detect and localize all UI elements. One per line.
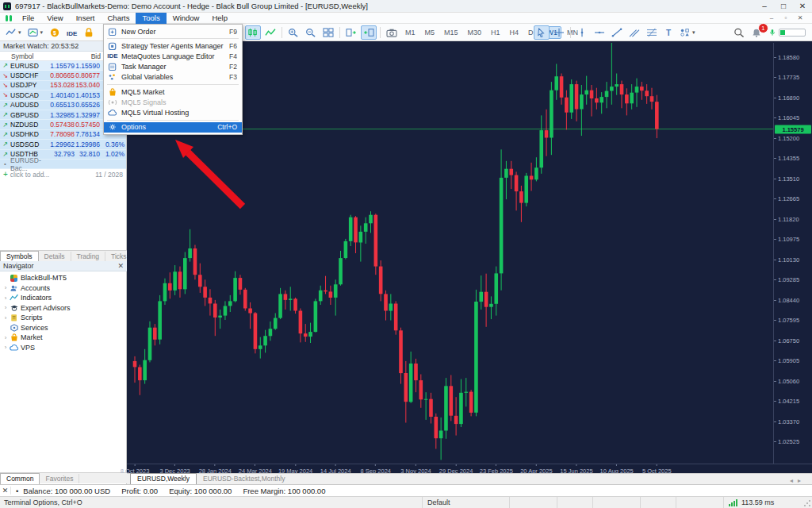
lock-button[interactable] xyxy=(81,25,97,40)
coin-button[interactable]: $ xyxy=(47,25,63,40)
camera-button[interactable] xyxy=(384,25,400,40)
column-bid[interactable]: Bid xyxy=(74,52,101,60)
add-symbol-icon[interactable]: + xyxy=(3,170,8,179)
search-button[interactable] xyxy=(731,25,747,40)
market-watch-row-eurusdbac[interactable]: •EURUSD-Bac... xyxy=(0,160,126,169)
maximize-button[interactable]: □ xyxy=(774,0,793,13)
expander-icon[interactable]: › xyxy=(2,304,9,311)
expander-icon[interactable]: › xyxy=(2,314,9,321)
status-cell xyxy=(592,497,640,508)
expander-icon[interactable]: › xyxy=(2,284,9,291)
market-icon xyxy=(9,333,19,342)
navigator-item-market[interactable]: ›Market xyxy=(0,333,127,343)
tab-symbols[interactable]: Symbols xyxy=(0,251,39,262)
horizontal-line-button[interactable] xyxy=(592,25,607,40)
timeframe-m1[interactable]: M1 xyxy=(401,26,419,39)
menu-item-options[interactable]: OptionsCtrl+O xyxy=(104,122,242,133)
menu-help[interactable]: Help xyxy=(205,13,234,24)
click-to-add[interactable]: click to add... xyxy=(10,171,50,179)
expander-icon[interactable]: › xyxy=(2,334,9,341)
menu-separator xyxy=(107,38,239,39)
tab-common[interactable]: Common xyxy=(0,473,40,484)
minimize-button[interactable]: – xyxy=(755,0,774,13)
vps-status-button[interactable] xyxy=(766,25,808,40)
menu-view[interactable]: View xyxy=(40,13,69,24)
channel-button[interactable] xyxy=(626,25,642,40)
navigator-item-blackbull-mt5[interactable]: BlackBull-MT5 xyxy=(0,273,127,283)
tab-favorites[interactable]: Favorites xyxy=(40,474,79,483)
navigator-close-icon[interactable]: ✕ xyxy=(117,262,124,270)
notifications-button[interactable]: 1 xyxy=(749,25,764,40)
navigator-item-services[interactable]: Services xyxy=(0,323,127,333)
cursor-button[interactable] xyxy=(534,25,550,40)
chart-profile-button[interactable]: ▾ xyxy=(25,25,46,40)
menu-item-mql5-market[interactable]: MQL5 Market xyxy=(104,87,242,97)
time-axis[interactable]: 8 Oct 20233 Dec 202328 Jan 202424 Mar 20… xyxy=(127,464,812,473)
symbol-label: USDJPY xyxy=(10,81,48,89)
new-order-icon xyxy=(107,27,118,37)
navigator-item-scripts[interactable]: ›Scripts xyxy=(0,313,127,323)
text-button[interactable]: T xyxy=(661,25,676,40)
menu-item-metaquotes-language-editor[interactable]: IDEMetaQuotes Language EditorF4 xyxy=(104,51,242,61)
menu-item-new-order[interactable]: New OrderF9 xyxy=(104,26,242,37)
chart-tab-eurusd-backtest-monthly[interactable]: EURUSD-Backtest,Monthly xyxy=(197,474,291,484)
trendline-button[interactable] xyxy=(609,25,625,40)
chart-tab-scroll-arrows[interactable]: ◂▸ xyxy=(790,477,806,484)
connection-status[interactable]: 113.59 ms xyxy=(723,497,812,508)
chart-type-button[interactable]: ▾ xyxy=(3,25,24,40)
toolbox-close-icon[interactable]: ✕ xyxy=(0,487,11,495)
profile-selector[interactable]: Default xyxy=(422,497,509,508)
line-chart-button[interactable] xyxy=(262,25,278,40)
timeframe-m5[interactable]: M5 xyxy=(421,26,439,39)
price-tick: 1.07595 xyxy=(774,318,812,324)
menu-charts[interactable]: Charts xyxy=(102,13,136,24)
navigator-item-accounts[interactable]: ›Accounts xyxy=(0,283,127,294)
column-symbol[interactable]: Symbol xyxy=(0,52,74,60)
menu-window[interactable]: Window xyxy=(167,13,206,24)
navigator-item-expert-advisors[interactable]: ›Expert Advisors xyxy=(0,303,127,314)
vertical-line-button[interactable] xyxy=(574,25,590,40)
chart-restore-button[interactable]: ▫ xyxy=(779,13,793,23)
price-axis[interactable]: 1.185801.177351.168901.160451.152001.143… xyxy=(773,43,812,464)
indent-left-button[interactable] xyxy=(361,25,377,40)
menu-file[interactable]: File xyxy=(16,13,40,24)
vertical-line-icon xyxy=(576,28,588,37)
chart-close-button[interactable]: ✕ xyxy=(793,13,807,23)
timeframe-h1[interactable]: H1 xyxy=(487,26,504,39)
timeframe-h4[interactable]: H4 xyxy=(506,26,523,39)
chart-window-controls: – ▫ ✕ xyxy=(764,13,807,23)
chart-minimize-button[interactable]: – xyxy=(764,13,779,23)
tile-windows-button[interactable] xyxy=(320,25,336,40)
price-tick: 1.09285 xyxy=(774,277,812,283)
timeframe-m30[interactable]: M30 xyxy=(464,26,486,39)
candlestick-button[interactable] xyxy=(245,25,261,40)
expander-icon[interactable]: › xyxy=(2,344,9,351)
menu-item-mql5-virtual-hosting[interactable]: MQL5 Virtual Hosting xyxy=(104,107,242,117)
timeframe-m15[interactable]: M15 xyxy=(440,26,462,39)
menu-item-strategy-tester-agents-manager[interactable]: Strategy Tester Agents ManagerF6 xyxy=(104,40,242,51)
svg-text:$: $ xyxy=(53,30,56,37)
zoom-in-button[interactable] xyxy=(285,25,301,40)
zoom-out-button[interactable] xyxy=(303,25,319,40)
tab-trading[interactable]: Trading xyxy=(71,252,106,261)
close-button[interactable]: ✕ xyxy=(793,0,812,13)
navigator-item-indicators[interactable]: ›Indicators xyxy=(0,293,127,303)
fibonacci-button[interactable] xyxy=(644,25,660,40)
menu-tools[interactable]: Tools xyxy=(136,13,166,24)
menu-item-task-manager[interactable]: Task ManagerF2 xyxy=(104,62,242,72)
tab-details[interactable]: Details xyxy=(39,252,71,261)
candlestick-icon xyxy=(247,28,259,37)
navigator-item-vps[interactable]: ›VPS xyxy=(0,343,127,353)
menu-item-global-variables[interactable]: Global VariablesF3 xyxy=(104,72,242,83)
menu-insert[interactable]: Insert xyxy=(70,13,102,24)
menu-item-mql5-signals[interactable]: MQL5 Signals xyxy=(104,97,242,107)
trend-up-icon: ↗ xyxy=(0,140,10,148)
chart-tab-eurusd-weekly[interactable]: EURUSD,Weekly xyxy=(130,473,197,484)
crosshair-button[interactable] xyxy=(551,25,567,40)
indent-right-button[interactable] xyxy=(343,25,359,40)
market-watch-row-usdsgd[interactable]: ↗USDSGD1.299621.299860.36% xyxy=(0,140,126,149)
resize-grip[interactable] xyxy=(803,499,811,507)
ide-button[interactable]: IDE xyxy=(64,25,79,40)
shapes-button[interactable]: ▾ xyxy=(677,25,698,40)
expander-icon[interactable]: › xyxy=(2,294,9,302)
